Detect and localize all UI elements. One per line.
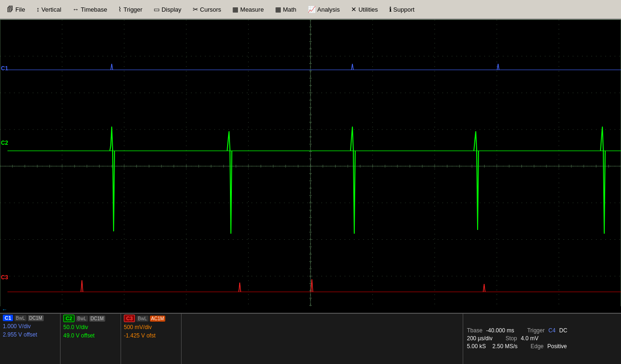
menu-cursors[interactable]: ✂ Cursors — [188, 3, 227, 15]
measure-icon: ▦ — [232, 6, 238, 13]
menu-file[interactable]: 🗐 File — [2, 3, 30, 15]
ch1-info: C1 BwL DC1M 1.000 V/div 2.955 V offset — [0, 314, 61, 364]
menu-trigger[interactable]: ⌇ Trigger — [113, 3, 148, 15]
ch2-offset: 49.0 V offset — [63, 331, 118, 340]
ch1-bwl-badge: BwL — [14, 315, 26, 321]
ch2-badge: C2 — [63, 315, 74, 322]
ch3-offset: -1.425 V ofst — [124, 331, 178, 340]
support-icon: ℹ — [389, 6, 392, 13]
utilities-icon: ✕ — [351, 6, 357, 13]
tbase-label: Tbase — [467, 327, 482, 334]
analysis-icon: 📈 — [308, 6, 316, 13]
menu-display[interactable]: ▭ Display — [148, 3, 187, 15]
menu-utilities[interactable]: ✕ Utilities — [346, 3, 383, 15]
bottom-panel: C1 BwL DC1M 1.000 V/div 2.955 V offset C… — [0, 313, 621, 364]
timebase-icon: ↔ — [73, 6, 79, 13]
vertical-icon: ↕ — [36, 6, 40, 13]
menu-vertical[interactable]: ↕ Vertical — [31, 3, 67, 15]
scope-display: C1 C2 C3 — [0, 20, 621, 313]
file-icon: 🗐 — [7, 6, 14, 13]
trigger-mode-label: Stop — [506, 335, 517, 342]
ch2-volts-div: 50.0 V/div — [63, 323, 118, 331]
scroll-bar: ← — [0, 306, 621, 313]
tbase-value: -40.000 ms — [486, 327, 514, 334]
menu-support[interactable]: ℹ Support — [384, 3, 420, 15]
scroll-left-icon: ← — [2, 306, 7, 313]
right-info-panel: Tbase -40.000 ms Trigger C4 DC 200 µs/di… — [463, 314, 621, 364]
ch3-info: C3 BwL AC1M 500 mV/div -1.425 V ofst — [121, 314, 182, 364]
trigger-coupling-value: DC — [559, 327, 567, 334]
ch3-bwl-badge: BwL — [136, 316, 148, 322]
ch3-volts-div: 500 mV/div — [124, 323, 178, 331]
menu-timebase[interactable]: ↔ Timebase — [68, 3, 113, 15]
trigger-label: Trigger — [527, 327, 545, 334]
ch3-ac1m-badge: AC1M — [150, 316, 166, 322]
math-icon: ▦ — [275, 6, 281, 13]
ch2-dc1m-badge: DC1M — [89, 316, 105, 322]
timebase-per-div: 200 µs/div — [467, 335, 493, 342]
menu-analysis[interactable]: 📈 Analysis — [303, 3, 345, 15]
ch1-volts-div: 1.000 V/div — [3, 322, 57, 330]
trigger-type-label: Edge — [531, 343, 544, 350]
ch1-badge: C1 — [3, 315, 13, 321]
ch3-badge: C3 — [124, 315, 135, 322]
sample-rate-value: 2.50 MS/s — [493, 343, 518, 350]
trigger-level: 4.0 mV — [521, 335, 539, 342]
ch1-offset: 2.955 V offset — [3, 330, 57, 339]
samples-value: 5.00 kS — [467, 343, 486, 350]
ch2-info: C2 BwL DC1M 50.0 V/div 49.0 V offset — [61, 314, 121, 364]
cursors-icon: ✂ — [193, 6, 198, 13]
menu-measure[interactable]: ▦ Measure — [227, 3, 269, 15]
menubar: 🗐 File ↕ Vertical ↔ Timebase ⌇ Trigger ▭… — [0, 0, 621, 20]
trigger-ch-value: C4 — [548, 327, 555, 334]
ch2-bwl-badge: BwL — [76, 316, 88, 322]
trigger-icon: ⌇ — [118, 6, 122, 13]
waveform-svg — [0, 20, 621, 313]
menu-math[interactable]: ▦ Math — [270, 3, 302, 15]
trigger-slope-value: Positive — [547, 343, 567, 350]
ch1-dc1m-badge: DC1M — [28, 315, 44, 321]
display-icon: ▭ — [154, 6, 160, 13]
